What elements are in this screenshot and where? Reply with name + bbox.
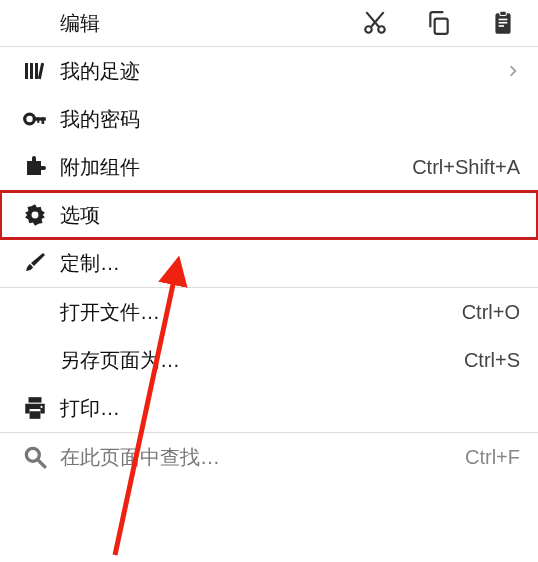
menu-item-passwords[interactable]: 我的密码	[0, 95, 538, 143]
find-label: 在此页面中查找…	[52, 444, 465, 471]
addons-icon	[18, 155, 52, 179]
menu-item-save-page-as[interactable]: 另存页面为… Ctrl+S	[0, 336, 538, 384]
search-icon	[18, 444, 52, 470]
chevron-right-icon	[506, 60, 520, 83]
options-label: 选项	[52, 202, 520, 229]
svg-rect-6	[500, 11, 507, 15]
cut-icon[interactable]	[362, 10, 388, 36]
svg-rect-7	[499, 19, 508, 21]
addons-shortcut: Ctrl+Shift+A	[412, 156, 520, 179]
menu-item-customize[interactable]: 定制…	[0, 239, 538, 287]
menu-item-library[interactable]: 我的足迹	[0, 47, 538, 95]
svg-rect-5	[495, 13, 510, 34]
svg-rect-21	[30, 411, 41, 419]
addons-label: 附加组件	[52, 154, 412, 181]
svg-point-23	[26, 448, 39, 461]
menu-item-find[interactable]: 在此页面中查找… Ctrl+F	[0, 433, 538, 481]
app-menu: 编辑	[0, 0, 538, 562]
brush-icon	[18, 251, 52, 275]
open-file-shortcut: Ctrl+O	[462, 301, 520, 324]
customize-label: 定制…	[52, 250, 520, 277]
svg-point-22	[40, 406, 42, 408]
library-icon	[18, 59, 52, 83]
svg-rect-17	[37, 117, 39, 122]
svg-rect-16	[42, 117, 45, 124]
save-page-as-shortcut: Ctrl+S	[464, 349, 520, 372]
library-label: 我的足迹	[52, 58, 506, 85]
svg-point-0	[365, 26, 372, 33]
paste-icon[interactable]	[490, 10, 516, 36]
svg-line-24	[38, 460, 46, 468]
menu-item-open-file[interactable]: 打开文件… Ctrl+O	[0, 288, 538, 336]
svg-rect-20	[29, 397, 42, 402]
svg-point-19	[32, 212, 39, 219]
copy-icon[interactable]	[426, 10, 452, 36]
svg-rect-4	[435, 19, 448, 34]
menu-item-print[interactable]: 打印…	[0, 384, 538, 432]
save-page-as-label: 另存页面为…	[52, 347, 464, 374]
svg-rect-12	[35, 63, 38, 79]
edit-action-icons	[362, 10, 520, 36]
print-label: 打印…	[52, 395, 520, 422]
gear-icon	[18, 202, 52, 228]
menu-item-edit[interactable]: 编辑	[0, 0, 538, 46]
key-icon	[18, 106, 52, 132]
svg-point-1	[378, 26, 385, 33]
passwords-label: 我的密码	[52, 106, 520, 133]
menu-item-options[interactable]: 选项	[0, 191, 538, 239]
print-icon	[18, 395, 52, 421]
svg-rect-13	[38, 63, 44, 79]
svg-rect-8	[499, 22, 508, 24]
svg-rect-10	[25, 63, 28, 79]
find-shortcut: Ctrl+F	[465, 446, 520, 469]
svg-rect-11	[30, 63, 33, 79]
svg-rect-9	[499, 25, 504, 27]
open-file-label: 打开文件…	[52, 299, 462, 326]
edit-label: 编辑	[52, 10, 362, 37]
menu-item-addons[interactable]: 附加组件 Ctrl+Shift+A	[0, 143, 538, 191]
